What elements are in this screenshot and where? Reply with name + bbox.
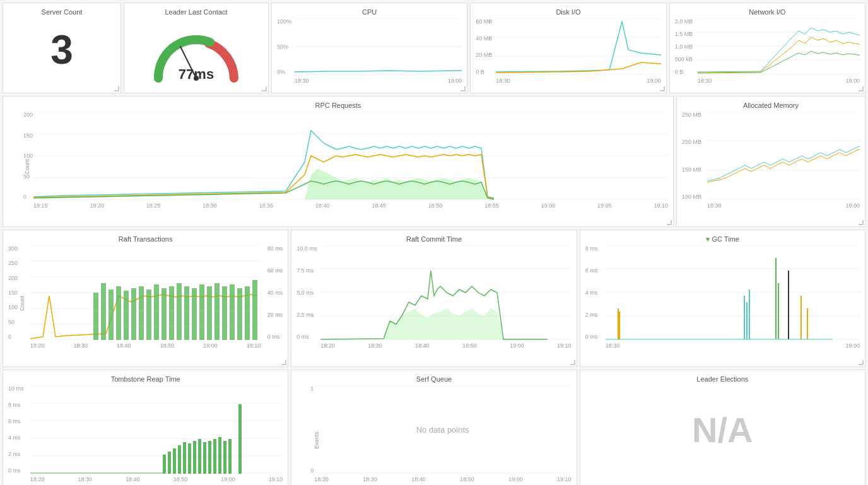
raft-transactions-panel: Raft Transactions 300 250 200 150 100 50… [3, 230, 288, 367]
svg-rect-40 [161, 288, 167, 340]
gauge-value: 77ms [179, 66, 214, 83]
gc-time-chart [606, 245, 860, 340]
leader-elections-title: Leader Elections [585, 375, 860, 383]
network-io-panel: Network I/O 2.0 MB 1.5 MB 1.0 MB 500 kB … [669, 3, 865, 93]
network-io-x-labels: 18:30 19:00 [698, 78, 860, 84]
svg-rect-43 [184, 286, 189, 340]
gc-time-title: ♥ GC Time [585, 235, 860, 243]
svg-marker-58 [384, 308, 503, 339]
cpu-y-0: 0% [277, 69, 291, 75]
row-3: Raft Transactions 300 250 200 150 100 50… [3, 230, 865, 367]
server-count-value: 3 [8, 18, 115, 81]
svg-text:No data points: No data points [416, 425, 469, 435]
row-1: Server Count 3 Leader Last Contact [3, 3, 865, 93]
gc-time-x-labels: 18:30 19:00 [606, 342, 860, 349]
svg-rect-38 [146, 289, 151, 340]
serf-queue-x-labels: 18:20 18:30 18:40 18:50 19:00 19:10 [314, 476, 571, 482]
allocated-memory-title: Allocated Memory [682, 102, 860, 109]
svg-rect-37 [139, 286, 144, 340]
allocated-memory-chart [707, 112, 860, 200]
resize-handle[interactable] [114, 86, 119, 91]
svg-rect-33 [108, 289, 114, 340]
disk-io-x-labels: 18:30 19:00 [496, 78, 660, 84]
network-io-title: Network I/O [675, 8, 860, 16]
svg-rect-89 [203, 442, 206, 474]
svg-rect-92 [218, 437, 221, 474]
cpu-panel: CPU 100% 50% 0% 18:30 19:00 [271, 3, 467, 93]
raft-commit-x-labels: 18:20 18:30 18:40 18:50 19:00 19:10 [320, 342, 571, 349]
resize-handle[interactable] [281, 360, 286, 365]
resize-handle[interactable] [262, 86, 267, 91]
svg-rect-84 [178, 445, 181, 474]
resize-handle[interactable] [570, 360, 575, 365]
raft-axis-label: Count [19, 296, 25, 311]
rpc-chart [33, 112, 668, 200]
resize-handle[interactable] [460, 86, 466, 91]
svg-rect-44 [192, 288, 197, 340]
svg-rect-31 [93, 293, 98, 340]
svg-rect-81 [163, 455, 166, 474]
leader-elections-na: N/A [585, 385, 860, 474]
tombstone-reap-time-panel: Tombstone Reap Time 10 ms 8 ms 6 ms 4 ms… [3, 370, 288, 485]
raft-transactions-chart [30, 245, 261, 340]
resize-handle[interactable] [859, 86, 864, 91]
gc-time-panel: ♥ GC Time 8 ms 6 ms 4 ms 2 ms 0 ms [580, 230, 865, 367]
network-io-chart [698, 18, 860, 75]
cpu-title: CPU [277, 8, 462, 16]
leader-last-contact-title: Leader Last Contact [129, 8, 263, 16]
tombstone-reap-time-title: Tombstone Reap Time [8, 375, 283, 383]
serf-queue-panel: Serf Queue Events 1 0 No data points 18:… [291, 370, 577, 485]
resize-handle[interactable] [859, 360, 864, 365]
svg-rect-95 [238, 404, 242, 474]
svg-rect-82 [168, 452, 171, 474]
svg-rect-50 [237, 288, 242, 340]
serf-queue-title: Serf Queue [296, 375, 571, 383]
gauge-container: 77ms [129, 18, 263, 88]
disk-io-chart [496, 18, 660, 75]
cpu-y-100: 100% [277, 18, 291, 25]
allocated-memory-x-labels: 18:30 19:00 [707, 202, 860, 209]
resize-handle[interactable] [667, 220, 672, 225]
svg-rect-52 [252, 280, 257, 340]
svg-rect-51 [245, 286, 250, 340]
svg-rect-36 [131, 288, 136, 340]
svg-rect-32 [101, 283, 106, 340]
gc-heart-icon: ♥ [706, 235, 710, 243]
svg-rect-83 [173, 448, 176, 474]
svg-rect-42 [177, 283, 182, 340]
row-2: RPC Requests Count 200 150 100 50 0 [3, 96, 865, 227]
svg-rect-94 [228, 439, 232, 474]
disk-io-panel: Disk I/O 60 MB 40 MB 20 MB 0 B [470, 3, 666, 93]
svg-rect-85 [183, 442, 186, 474]
rpc-requests-panel: RPC Requests Count 200 150 100 50 0 [3, 96, 674, 227]
tombstone-chart [30, 385, 283, 474]
leader-last-contact-panel: Leader Last Contact 77ms [124, 3, 269, 93]
svg-rect-88 [198, 439, 201, 474]
resize-handle[interactable] [660, 86, 665, 91]
raft-transactions-title: Raft Transactions [8, 235, 283, 243]
cpu-chart [295, 18, 462, 75]
rpc-requests-title: RPC Requests [8, 102, 668, 109]
svg-rect-46 [207, 286, 212, 340]
row-4: Tombstone Reap Time 10 ms 8 ms 6 ms 4 ms… [3, 370, 865, 485]
svg-rect-91 [213, 439, 216, 474]
svg-rect-45 [199, 284, 204, 340]
tombstone-x-labels: 18:20 18:30 18:40 18:50 19:00 19:10 [30, 476, 283, 482]
svg-rect-93 [223, 441, 226, 474]
svg-rect-86 [188, 443, 191, 474]
svg-rect-47 [214, 283, 220, 340]
dashboard: Server Count 3 Leader Last Contact [0, 0, 868, 485]
leader-elections-panel: Leader Elections N/A [580, 370, 865, 485]
cpu-y-50: 50% [277, 44, 291, 50]
server-count-panel: Server Count 3 [3, 3, 121, 93]
serf-queue-chart: No data points [314, 385, 571, 474]
server-count-title: Server Count [8, 8, 115, 16]
raft-commit-time-panel: Raft Commit Time 10.0 ms 7.5 ms 5.0 ms 2… [291, 230, 577, 367]
svg-rect-90 [208, 441, 211, 474]
svg-rect-35 [124, 291, 129, 340]
resize-handle[interactable] [859, 220, 864, 225]
svg-rect-39 [154, 284, 159, 340]
svg-rect-48 [222, 286, 227, 340]
svg-rect-87 [193, 441, 196, 474]
raft-commit-chart [320, 245, 571, 340]
